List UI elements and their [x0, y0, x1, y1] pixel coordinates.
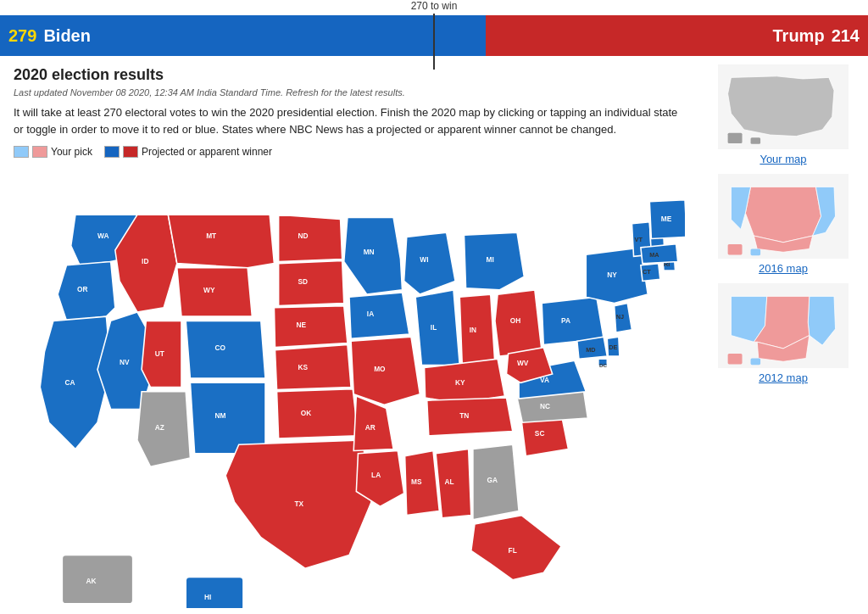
us-map-container[interactable]: WA OR CA ID NV MT WY — [14, 166, 685, 611]
state-MS[interactable] — [405, 451, 440, 516]
state-MA[interactable] — [641, 244, 678, 264]
map-2016-svg — [711, 174, 855, 259]
map-2012-item: 2012 map — [711, 283, 855, 384]
map-2012-link[interactable]: 2012 map — [759, 371, 808, 384]
svg-rect-4 — [728, 244, 743, 254]
state-MN[interactable] — [344, 217, 403, 294]
biden-bar: 279 Biden — [0, 15, 486, 56]
biden-score: 279 — [8, 26, 36, 46]
legend-your-pick: Your pick — [14, 146, 92, 158]
main-layout: 2020 election results Last updated Novem… — [0, 56, 868, 614]
state-ND[interactable] — [279, 215, 342, 261]
win-label: 270 to win — [411, 0, 458, 12]
svg-rect-8 — [751, 358, 761, 365]
section-title: 2020 election results — [14, 66, 685, 84]
map-2012-svg — [711, 283, 855, 368]
state-DC[interactable] — [598, 359, 607, 366]
state-NJ[interactable] — [615, 304, 632, 332]
state-SD[interactable] — [279, 261, 344, 306]
state-OH[interactable] — [495, 290, 542, 356]
left-panel: 2020 election results Last updated Novem… — [0, 56, 698, 614]
map-2016-item: 2016 map — [711, 174, 855, 275]
map-2016-link[interactable]: 2016 map — [759, 262, 808, 275]
legend-swatch-red — [123, 146, 138, 158]
trump-name: Trump — [773, 26, 825, 46]
state-CA[interactable] — [40, 316, 110, 449]
state-IA[interactable] — [349, 293, 409, 338]
legend-swatch-blue-light — [14, 146, 29, 158]
state-ME[interactable] — [649, 200, 685, 239]
legend-swatch-blue — [104, 146, 120, 158]
state-IL[interactable] — [415, 290, 459, 366]
state-NE[interactable] — [274, 306, 347, 348]
state-AL[interactable] — [436, 449, 471, 517]
us-map-svg[interactable]: WA OR CA ID NV MT WY — [14, 166, 685, 608]
state-WI[interactable] — [404, 232, 455, 294]
your-map-link[interactable]: Your map — [760, 153, 806, 165]
svg-rect-7 — [728, 354, 743, 364]
state-KS[interactable] — [275, 345, 351, 390]
legend-projected: Projected or apparent winner — [104, 146, 272, 158]
svg-rect-2 — [751, 137, 761, 144]
state-PA[interactable] — [542, 297, 604, 344]
right-panel: Your map 2016 map — [698, 56, 868, 614]
state-AZ[interactable] — [137, 392, 191, 467]
svg-rect-5 — [751, 248, 761, 255]
state-TN[interactable] — [427, 398, 513, 436]
state-HI[interactable] — [186, 578, 243, 608]
state-AK[interactable] — [62, 555, 132, 604]
legend-projected-label: Projected or apparent winner — [142, 146, 272, 158]
state-IN[interactable] — [459, 294, 495, 367]
state-OK[interactable] — [277, 389, 359, 438]
state-CT[interactable] — [641, 264, 660, 282]
state-WY[interactable] — [177, 268, 253, 316]
legend-swatch-red-light — [32, 146, 47, 158]
state-MI[interactable] — [464, 232, 524, 290]
win-line — [433, 14, 435, 70]
trump-score: 214 — [832, 26, 860, 46]
state-CO[interactable] — [186, 321, 265, 378]
legend: Your pick Projected or apparent winner — [14, 146, 685, 158]
svg-rect-1 — [728, 133, 743, 143]
state-UT[interactable] — [142, 321, 181, 387]
description: It will take at least 270 electoral vote… — [14, 104, 685, 137]
last-updated: Last updated November 08 2020, 12:34 AM … — [14, 87, 685, 98]
legend-your-pick-label: Your pick — [51, 146, 92, 158]
state-TX[interactable] — [225, 440, 371, 568]
state-GA[interactable] — [473, 444, 519, 520]
state-FL[interactable] — [471, 516, 561, 580]
state-DE[interactable] — [607, 337, 620, 356]
trump-bar: Trump 214 — [486, 15, 868, 56]
state-NM[interactable] — [190, 382, 265, 453]
biden-name: Biden — [43, 26, 91, 46]
your-map-svg — [711, 64, 855, 149]
electoral-bar-container: 270 to win 279 Biden Trump 214 — [0, 0, 868, 56]
state-MO[interactable] — [351, 337, 420, 405]
state-MD[interactable] — [577, 337, 607, 359]
your-map-item: Your map — [711, 64, 855, 165]
state-OR[interactable] — [58, 262, 115, 321]
state-MT[interactable] — [168, 215, 274, 268]
